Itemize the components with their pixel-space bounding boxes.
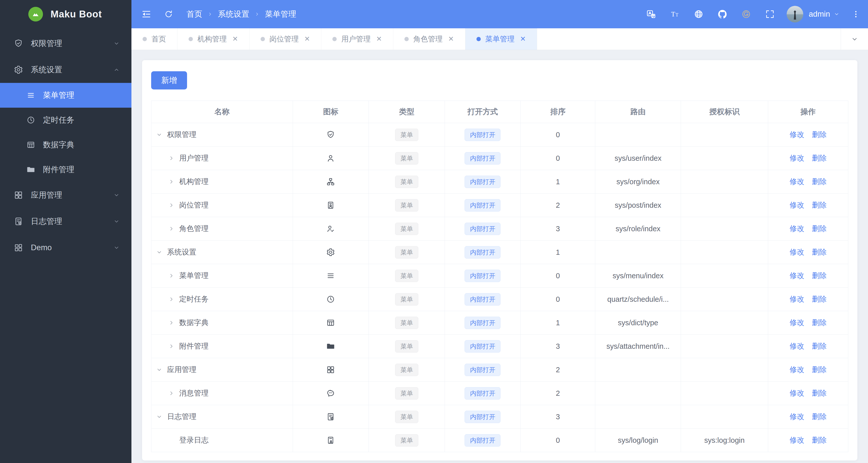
username[interactable]: admin (809, 9, 830, 19)
menu-name: 菜单管理 (179, 271, 209, 281)
chevron-right-icon[interactable] (168, 225, 179, 232)
type-cell: 菜单 (369, 123, 445, 147)
edit-link[interactable]: 修改 (789, 412, 804, 421)
chevron-down-icon[interactable] (156, 249, 167, 255)
edit-link[interactable]: 修改 (789, 365, 804, 373)
edit-link[interactable]: 修改 (789, 436, 804, 444)
chevron-right-icon[interactable] (168, 296, 179, 303)
chevron-right-icon[interactable] (168, 272, 179, 279)
chevron-right-icon[interactable] (168, 202, 179, 209)
close-icon[interactable]: ✕ (520, 36, 526, 42)
translate-icon[interactable] (646, 9, 656, 19)
sidebar-subitem-attachment-management[interactable]: 附件管理 (0, 157, 131, 182)
font-size-icon[interactable]: TT (670, 9, 680, 19)
open-mode-tag: 内部打开 (465, 340, 500, 352)
tab-org-management[interactable]: 机构管理✕ (178, 28, 249, 50)
add-button[interactable]: 新增 (151, 71, 187, 90)
icon-cell (293, 241, 369, 264)
sidebar-item-system-settings[interactable]: 系统设置 (0, 57, 131, 83)
chevron-down-icon[interactable] (156, 367, 167, 373)
collapse-menu-icon[interactable] (141, 9, 152, 20)
route-cell: sys/role/index (595, 217, 681, 241)
breadcrumb-item[interactable]: 系统设置 (218, 9, 249, 20)
chevron-right-icon[interactable] (168, 319, 179, 326)
delete-link[interactable]: 删除 (812, 272, 827, 280)
delete-link[interactable]: 删除 (812, 224, 827, 233)
close-icon[interactable]: ✕ (376, 36, 382, 42)
delete-link[interactable]: 删除 (812, 436, 827, 444)
edit-link[interactable]: 修改 (789, 201, 804, 209)
sidebar-subitem-scheduled-tasks[interactable]: 定时任务 (0, 108, 131, 132)
sidebar-item-permission-management[interactable]: 权限管理 (0, 30, 131, 57)
delete-link[interactable]: 删除 (812, 318, 827, 327)
close-icon[interactable]: ✕ (232, 36, 238, 42)
sort-cell: 0 (521, 264, 595, 288)
open-mode-cell: 内部打开 (445, 217, 521, 241)
open-mode-tag: 内部打开 (465, 317, 500, 329)
edit-link[interactable]: 修改 (789, 177, 804, 185)
sidebar-item-app-management[interactable]: 应用管理 (0, 182, 131, 208)
edit-link[interactable]: 修改 (789, 154, 804, 162)
gitee-icon[interactable] (741, 9, 751, 19)
menu-name: 定时任务 (179, 294, 209, 304)
delete-link[interactable]: 删除 (812, 177, 827, 185)
route-cell: sys/menu/index (595, 264, 681, 288)
sidebar-subitem-data-dictionary[interactable]: 数据字典 (0, 132, 131, 157)
close-icon[interactable]: ✕ (448, 36, 454, 42)
icon-cell (293, 429, 369, 452)
tab-post-management[interactable]: 岗位管理✕ (249, 28, 321, 50)
shield-check-icon (326, 130, 335, 139)
sidebar: Maku Boot 权限管理系统设置菜单管理定时任务数据字典附件管理应用管理日志… (0, 0, 131, 463)
edit-link[interactable]: 修改 (789, 389, 804, 397)
chevron-down-icon[interactable] (156, 131, 167, 138)
delete-link[interactable]: 删除 (812, 342, 827, 350)
tab-dropdown[interactable] (841, 28, 868, 50)
tab-role-management[interactable]: 角色管理✕ (393, 28, 465, 50)
chevron-right-icon[interactable] (168, 179, 179, 185)
table-row: 机构管理菜单内部打开1sys/org/index修改删除 (151, 170, 848, 193)
fullscreen-icon[interactable] (765, 9, 775, 19)
route-cell (595, 358, 681, 381)
chevron-down-icon[interactable] (156, 413, 167, 420)
breadcrumb-item[interactable]: 首页 (187, 9, 202, 20)
kebab-menu-icon[interactable] (851, 9, 860, 19)
actions-cell: 修改删除 (768, 311, 848, 335)
delete-link[interactable]: 删除 (812, 201, 827, 209)
delete-link[interactable]: 删除 (812, 154, 827, 162)
delete-link[interactable]: 删除 (812, 130, 827, 138)
refresh-icon[interactable] (164, 9, 174, 19)
edit-link[interactable]: 修改 (789, 272, 804, 280)
icon-cell (293, 147, 369, 170)
delete-link[interactable]: 删除 (812, 365, 827, 373)
chevron-right-icon[interactable] (168, 155, 179, 161)
close-icon[interactable]: ✕ (304, 36, 310, 42)
delete-link[interactable]: 删除 (812, 248, 827, 256)
open-mode-cell: 内部打开 (445, 264, 521, 288)
avatar[interactable] (786, 6, 803, 23)
tab-home[interactable]: 首页 (131, 28, 178, 50)
main-column: 首页系统设置菜单管理 TT admin (131, 0, 868, 463)
chevron-right-icon[interactable] (168, 390, 179, 397)
tab-user-management[interactable]: 用户管理✕ (321, 28, 393, 50)
globe-icon[interactable] (693, 9, 704, 19)
message-icon (326, 389, 335, 398)
edit-link[interactable]: 修改 (789, 248, 804, 256)
github-icon[interactable] (717, 9, 727, 19)
edit-link[interactable]: 修改 (789, 342, 804, 350)
tab-menu-management[interactable]: 菜单管理✕ (465, 28, 537, 50)
delete-link[interactable]: 删除 (812, 412, 827, 421)
chevron-right-icon[interactable] (168, 343, 179, 349)
name-cell: 数据字典 (151, 311, 293, 335)
clock-icon (326, 295, 335, 304)
edit-link[interactable]: 修改 (789, 130, 804, 138)
sidebar-item-demo[interactable]: Demo (0, 235, 131, 261)
breadcrumb-item[interactable]: 菜单管理 (265, 9, 296, 20)
delete-link[interactable]: 删除 (812, 295, 827, 303)
sidebar-subitem-menu-management[interactable]: 菜单管理 (0, 83, 131, 108)
sidebar-item-log-management[interactable]: 日志管理 (0, 208, 131, 235)
edit-link[interactable]: 修改 (789, 318, 804, 327)
edit-link[interactable]: 修改 (789, 295, 804, 303)
delete-link[interactable]: 删除 (812, 389, 827, 397)
edit-link[interactable]: 修改 (789, 224, 804, 233)
chevron-down-icon[interactable] (834, 11, 840, 17)
